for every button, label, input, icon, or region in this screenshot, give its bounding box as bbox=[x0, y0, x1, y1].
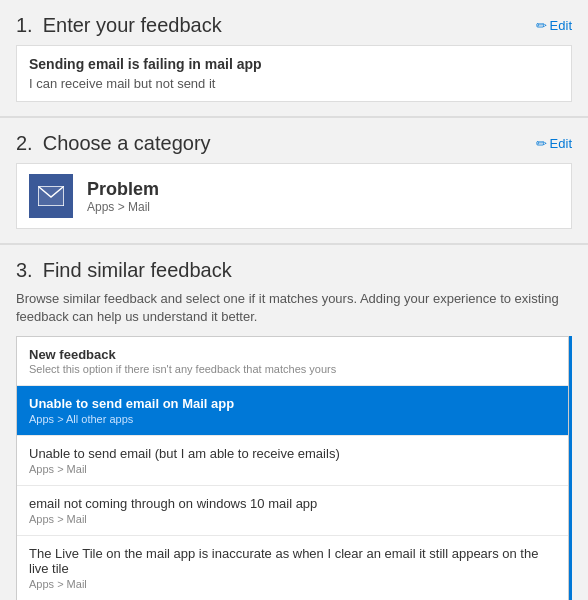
feedback-item-title: Unable to send email on Mail app bbox=[29, 396, 556, 411]
section-1-title: Enter your feedback bbox=[43, 14, 222, 37]
section-1-content: Sending email is failing in mail app I c… bbox=[16, 45, 572, 102]
section-3-header: 3. Find similar feedback bbox=[16, 259, 572, 282]
feedback-item-new[interactable]: New feedback Select this option if there… bbox=[17, 337, 568, 386]
feedback-item-item4[interactable]: The Live Tile on the mail app is inaccur… bbox=[17, 536, 568, 600]
feedback-desc: I can receive mail but not send it bbox=[29, 76, 559, 91]
section-3-title: Find similar feedback bbox=[43, 259, 232, 282]
feedback-list-wrapper: New feedback Select this option if there… bbox=[16, 336, 572, 600]
section-3-number: 3. bbox=[16, 259, 33, 282]
section-3-title-group: 3. Find similar feedback bbox=[16, 259, 232, 282]
feedback-item-subtitle: Apps > Mail bbox=[29, 578, 556, 590]
section-3: 3. Find similar feedback Browse similar … bbox=[0, 244, 588, 600]
pencil-icon-2: ✏ bbox=[536, 136, 547, 151]
feedback-item-title: email not coming through on windows 10 m… bbox=[29, 496, 556, 511]
category-info: Problem Apps > Mail bbox=[87, 179, 159, 214]
feedback-item-subtitle: Select this option if there isn't any fe… bbox=[29, 363, 556, 375]
category-box: Problem Apps > Mail bbox=[16, 163, 572, 229]
section-2-header: 2. Choose a category ✏ Edit bbox=[16, 132, 572, 155]
section-1-edit-button[interactable]: ✏ Edit bbox=[536, 18, 572, 33]
section-3-description: Browse similar feedback and select one i… bbox=[16, 290, 572, 326]
section-2-edit-button[interactable]: ✏ Edit bbox=[536, 136, 572, 151]
category-icon bbox=[29, 174, 73, 218]
main-container: 1. Enter your feedback ✏ Edit Sending em… bbox=[0, 0, 588, 600]
category-sub: Apps > Mail bbox=[87, 200, 159, 214]
section-1: 1. Enter your feedback ✏ Edit Sending em… bbox=[0, 0, 588, 116]
feedback-item-subtitle: Apps > Mail bbox=[29, 513, 556, 525]
section-2-title-group: 2. Choose a category bbox=[16, 132, 211, 155]
section-1-header: 1. Enter your feedback ✏ Edit bbox=[16, 14, 572, 37]
pencil-icon-1: ✏ bbox=[536, 18, 547, 33]
feedback-item-title: New feedback bbox=[29, 347, 556, 362]
feedback-item-item3[interactable]: email not coming through on windows 10 m… bbox=[17, 486, 568, 536]
feedback-title: Sending email is failing in mail app bbox=[29, 56, 559, 72]
mail-icon bbox=[38, 186, 64, 206]
feedback-item-item2[interactable]: Unable to send email (but I am able to r… bbox=[17, 436, 568, 486]
section-1-edit-label: Edit bbox=[550, 18, 572, 33]
section-2: 2. Choose a category ✏ Edit Problem Apps… bbox=[0, 117, 588, 243]
feedback-item-item1[interactable]: Unable to send email on Mail app Apps > … bbox=[17, 386, 568, 436]
section-1-number: 1. bbox=[16, 14, 33, 37]
section-2-number: 2. bbox=[16, 132, 33, 155]
feedback-item-subtitle: Apps > Mail bbox=[29, 463, 556, 475]
section-1-title-group: 1. Enter your feedback bbox=[16, 14, 222, 37]
feedback-item-title: Unable to send email (but I am able to r… bbox=[29, 446, 556, 461]
section-2-title: Choose a category bbox=[43, 132, 211, 155]
feedback-item-subtitle: Apps > All other apps bbox=[29, 413, 556, 425]
category-name: Problem bbox=[87, 179, 159, 200]
feedback-item-title: The Live Tile on the mail app is inaccur… bbox=[29, 546, 556, 576]
section-2-edit-label: Edit bbox=[550, 136, 572, 151]
feedback-list: New feedback Select this option if there… bbox=[16, 336, 569, 600]
